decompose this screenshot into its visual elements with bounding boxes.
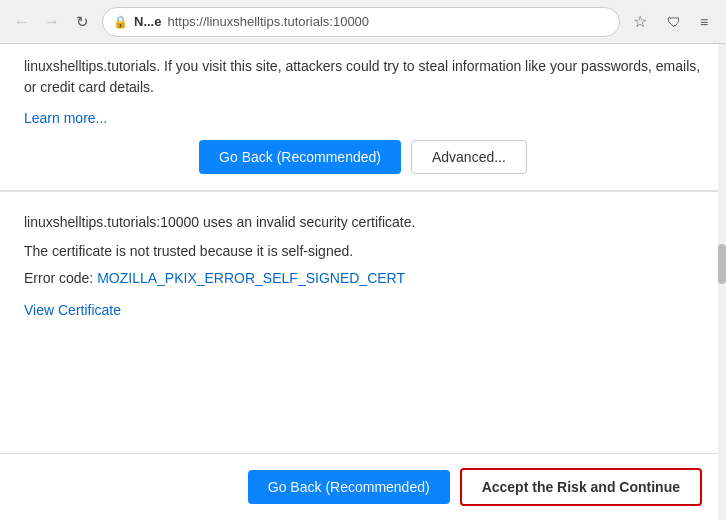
menu-button[interactable]: ≡	[690, 8, 718, 36]
warning-text: linuxshelltips.tutorials. If you visit t…	[24, 56, 702, 98]
scrollbar-thumb[interactable]	[718, 244, 726, 284]
forward-icon: →	[44, 13, 60, 31]
cert-warning-2: The certificate is not trusted because i…	[24, 241, 702, 262]
top-section: linuxshelltips.tutorials. If you visit t…	[0, 44, 726, 191]
scrollbar-track[interactable]	[718, 44, 726, 520]
back-button[interactable]: ←	[8, 8, 36, 36]
top-buttons: Go Back (Recommended) Advanced...	[24, 140, 702, 174]
advanced-button[interactable]: Advanced...	[411, 140, 527, 174]
view-certificate-link[interactable]: View Certificate	[24, 302, 702, 318]
shield-icon: 🛡	[667, 14, 681, 30]
cert-warning-1: linuxshelltips.tutorials:10000 uses an i…	[24, 212, 702, 233]
site-label: N...e	[134, 14, 161, 29]
browser-toolbar: ← → ↻ 🔒 N...e https://linuxshelltips.tut…	[0, 0, 726, 44]
go-back-recommended-button-bottom[interactable]: Go Back (Recommended)	[248, 470, 450, 504]
forward-button[interactable]: →	[38, 8, 66, 36]
star-icon: ☆	[633, 12, 647, 31]
menu-icon: ≡	[700, 14, 708, 30]
go-back-recommended-button-top[interactable]: Go Back (Recommended)	[199, 140, 401, 174]
lock-icon: 🔒	[113, 15, 128, 29]
toolbar-right: 🛡 ≡	[660, 8, 718, 36]
error-code-link[interactable]: MOZILLA_PKIX_ERROR_SELF_SIGNED_CERT	[97, 270, 405, 286]
reload-button[interactable]: ↻	[68, 8, 96, 36]
back-icon: ←	[14, 13, 30, 31]
reload-icon: ↻	[76, 13, 89, 31]
bottom-buttons: Go Back (Recommended) Accept the Risk an…	[0, 453, 726, 520]
learn-more-link[interactable]: Learn more...	[24, 110, 702, 126]
address-bar[interactable]: 🔒 N...e https://linuxshelltips.tutorials…	[102, 7, 620, 37]
accept-risk-button[interactable]: Accept the Risk and Continue	[460, 468, 702, 506]
error-code-line: Error code: MOZILLA_PKIX_ERROR_SELF_SIGN…	[24, 270, 702, 286]
page-content: linuxshelltips.tutorials. If you visit t…	[0, 44, 726, 520]
error-code-prefix: Error code:	[24, 270, 97, 286]
nav-buttons: ← → ↻	[8, 8, 96, 36]
bookmark-button[interactable]: ☆	[626, 8, 654, 36]
shield-button[interactable]: 🛡	[660, 8, 688, 36]
url-text: https://linuxshelltips.tutorials:10000	[167, 14, 369, 29]
